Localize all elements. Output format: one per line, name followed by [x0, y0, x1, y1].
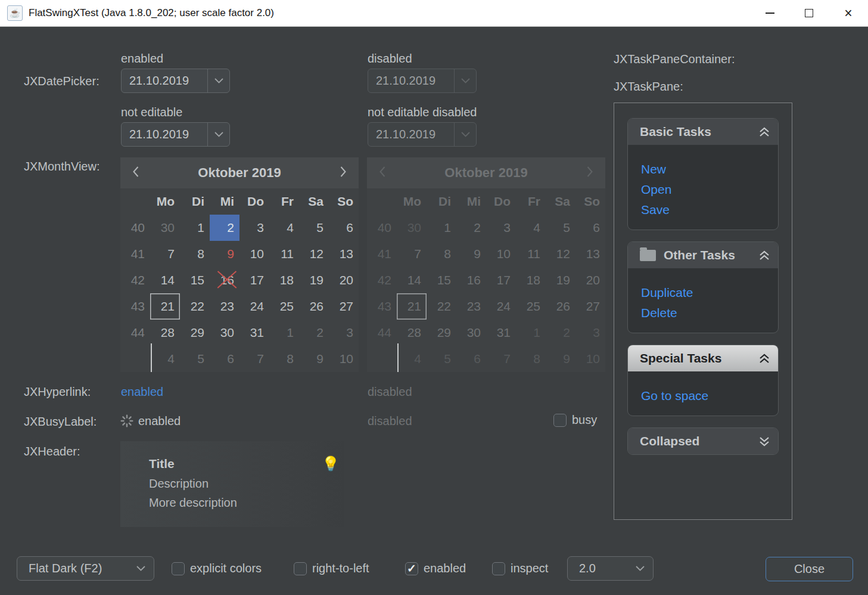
hyperlink-enabled[interactable]: enabled — [121, 385, 163, 399]
day-cell[interactable]: 17 — [239, 267, 269, 293]
taskpane-link[interactable]: New — [641, 159, 778, 179]
day-cell[interactable]: 9 — [299, 346, 329, 372]
taskpane-header[interactable]: Basic Tasks — [628, 119, 778, 145]
datepicker-value[interactable]: 21.10.2019 — [122, 128, 207, 141]
day-name-cell: Mo — [397, 188, 427, 215]
collapse-icon[interactable] — [759, 250, 770, 261]
taskpane-link[interactable]: Open — [641, 179, 778, 200]
prev-month-button[interactable] — [120, 166, 151, 179]
day-cell[interactable]: 2 — [210, 215, 239, 241]
collapse-icon[interactable] — [759, 127, 770, 137]
explicit-colors-checkbox-row[interactable]: explicit colors — [172, 562, 262, 575]
day-cell[interactable]: 30 — [210, 320, 239, 346]
day-cell[interactable]: 19 — [299, 267, 329, 293]
day-cell[interactable]: 24 — [239, 293, 269, 320]
taskpane-title: Basic Tasks — [640, 125, 759, 139]
day-cell[interactable]: 31 — [239, 320, 269, 346]
monthview-header: Oktober 2019 — [367, 157, 605, 188]
lightbulb-icon: 💡 — [322, 455, 340, 472]
day-cell[interactable]: 10 — [329, 346, 359, 372]
right-to-left-checkbox-row[interactable]: right-to-left — [294, 562, 369, 575]
day-cell[interactable]: 21 — [150, 293, 180, 320]
day-cell[interactable]: 4 — [269, 215, 299, 241]
explicit-colors-checkbox[interactable] — [172, 562, 185, 575]
day-cell[interactable]: 7 — [150, 241, 180, 267]
day-cell[interactable]: 26 — [299, 293, 329, 320]
scale-combobox[interactable]: 2.0 — [567, 556, 654, 581]
datepicker-enabled[interactable]: 21.10.2019 — [121, 69, 230, 93]
day-cell[interactable]: 20 — [329, 267, 359, 293]
busy-checkbox[interactable] — [553, 414, 567, 427]
theme-combobox[interactable]: Flat Dark (F2) — [17, 556, 154, 581]
day-cell[interactable]: 3 — [239, 215, 269, 241]
inspect-checkbox[interactable] — [492, 562, 505, 575]
day-cell[interactable]: 13 — [329, 241, 359, 267]
day-cell[interactable]: 16 — [210, 267, 239, 293]
maximize-button[interactable] — [789, 0, 829, 26]
day-cell[interactable]: 5 — [180, 346, 210, 372]
day-cell[interactable]: 10 — [239, 241, 269, 267]
datepicker-not-editable[interactable]: 21.10.2019 — [121, 122, 230, 147]
inspect-checkbox-row[interactable]: inspect — [492, 562, 548, 575]
day-cell[interactable]: 2 — [299, 320, 329, 346]
day-cell[interactable]: 8 — [269, 346, 299, 372]
day-cell[interactable]: 4 — [150, 346, 180, 372]
taskpane-link[interactable]: Delete — [641, 303, 778, 323]
next-month-button[interactable] — [328, 166, 359, 179]
datepicker-value[interactable]: 21.10.2019 — [122, 74, 207, 88]
day-cell[interactable]: 7 — [239, 346, 269, 372]
day-cell: 18 — [516, 267, 546, 293]
day-cell[interactable]: 11 — [269, 241, 299, 267]
chevron-down-icon[interactable] — [207, 123, 229, 146]
day-cell[interactable]: 3 — [329, 320, 359, 346]
minimize-button[interactable] — [750, 0, 789, 26]
taskpane-link[interactable]: Go to space — [641, 386, 778, 406]
day-cell[interactable]: 1 — [269, 320, 299, 346]
chevron-down-icon[interactable] — [207, 69, 229, 92]
day-name-cell: Mo — [150, 188, 180, 215]
taskpane-header[interactable]: Collapsed — [628, 428, 778, 454]
taskpane: Basic TasksNewOpenSave — [627, 118, 779, 230]
busy-checkbox-row[interactable]: busy — [553, 413, 597, 427]
taskpane-body: DuplicateDelete — [628, 268, 778, 333]
taskpane-header[interactable]: Special Tasks — [628, 345, 778, 371]
close-window-button[interactable]: × — [829, 0, 868, 26]
taskpane-link[interactable]: Duplicate — [641, 283, 778, 303]
day-cell[interactable]: 8 — [180, 241, 210, 267]
taskpane-header[interactable]: Other Tasks — [628, 242, 778, 268]
day-cell[interactable]: 15 — [180, 267, 210, 293]
day-cell: 10 — [575, 346, 605, 372]
day-cell[interactable]: 12 — [299, 241, 329, 267]
close-button[interactable]: Close — [766, 557, 853, 581]
week-number-cell: 40 — [120, 215, 150, 241]
day-cell[interactable]: 6 — [329, 215, 359, 241]
day-cell[interactable]: 1 — [180, 215, 210, 241]
expand-icon[interactable] — [759, 436, 770, 447]
day-cell: 8 — [516, 346, 546, 372]
day-cell[interactable]: 6 — [210, 346, 239, 372]
day-cell: 26 — [546, 293, 575, 320]
day-cell[interactable]: 14 — [150, 267, 180, 293]
day-cell: 4 — [397, 346, 427, 372]
collapse-icon[interactable] — [759, 354, 770, 364]
day-cell[interactable]: 29 — [180, 320, 210, 346]
day-cell[interactable]: 27 — [329, 293, 359, 320]
day-cell[interactable]: 23 — [210, 293, 239, 320]
taskpane-link[interactable]: Save — [641, 200, 778, 220]
day-cell[interactable]: 22 — [180, 293, 210, 320]
enabled-checkbox[interactable] — [405, 562, 418, 575]
monthview-enabled[interactable]: Oktober 2019MoDiMiDoFrSaSo40301234564178… — [120, 157, 359, 372]
day-cell[interactable]: 9 — [210, 241, 239, 267]
day-cell[interactable]: 25 — [269, 293, 299, 320]
day-cell[interactable]: 28 — [150, 320, 180, 346]
day-cell[interactable]: 18 — [269, 267, 299, 293]
day-cell[interactable]: 5 — [299, 215, 329, 241]
day-cell[interactable]: 30 — [150, 215, 180, 241]
jxtaskpanecontainer-label: JXTaskPaneContainer: — [614, 52, 735, 66]
day-cell: 31 — [486, 320, 516, 346]
day-cell: 6 — [456, 346, 486, 372]
day-name-cell: Fr — [516, 188, 546, 215]
right-to-left-checkbox[interactable] — [294, 562, 307, 575]
taskpane: Other TasksDuplicateDelete — [627, 241, 779, 333]
enabled-checkbox-row[interactable]: enabled — [405, 562, 466, 575]
